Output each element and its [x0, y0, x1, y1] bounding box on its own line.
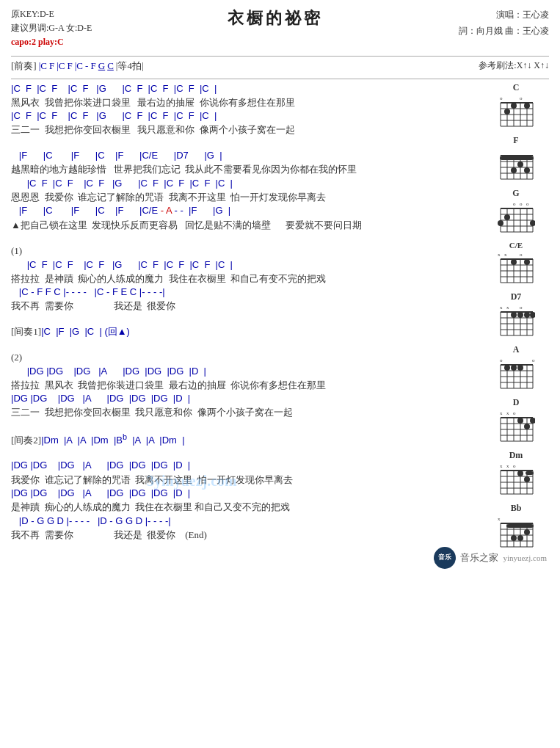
svg-text:o: o — [500, 95, 503, 101]
intro-line: [前奏] |C F |C F |C - F G C |等4拍| 参考刷法:X↑↓… — [11, 59, 549, 73]
intro-label: [前奏] — [11, 59, 37, 73]
section-verse2: |DG |DG |DG |A |DG |DG |DG |D | 我爱你 谁忘记了… — [11, 459, 476, 542]
chord-line-7: |C - F F C |- - - - |C - F E C |- - - -| — [11, 286, 476, 299]
lyric-line-4: 恩恩恩 我爱你 谁忘记了解除的咒语 我离不开这里 怕一开灯发现你早离去 — [11, 190, 476, 205]
chord-line-11: |DG |DG |DG |A |DG |DG |DG |D | — [11, 487, 476, 500]
capo: capo:2 play:C — [11, 35, 92, 49]
svg-point-45 — [498, 220, 503, 226]
chord-chart-Dm: Dm x x o — [483, 450, 549, 498]
svg-text:o: o — [532, 357, 535, 363]
svg-point-46 — [504, 214, 510, 220]
svg-point-112 — [517, 418, 523, 424]
chord-charts: C o o — [483, 82, 549, 556]
footer-text: 音乐之家 — [460, 551, 498, 564]
section2-label: (2) — [11, 350, 476, 365]
svg-point-147 — [524, 529, 530, 535]
svg-text:x: x — [500, 410, 503, 416]
chord-name-D7: D7 — [511, 291, 522, 302]
chord-name-D: D — [513, 397, 520, 408]
svg-point-15 — [524, 103, 530, 109]
svg-point-29 — [517, 161, 523, 167]
svg-text:o: o — [513, 201, 516, 207]
svg-text:o: o — [513, 463, 516, 469]
chord-grid-Dm: x x o — [497, 462, 535, 498]
chord-grid-D: x x o — [497, 409, 535, 446]
divider-mid — [11, 79, 549, 79]
svg-point-129 — [517, 471, 523, 476]
svg-text:x: x — [506, 463, 509, 469]
svg-text:o: o — [520, 95, 523, 101]
chord-grid-F — [497, 147, 535, 184]
chord-name-G: G — [512, 188, 519, 199]
chord-grid-C: o o — [497, 94, 535, 131]
svg-text:o: o — [520, 201, 523, 207]
chord-line-10: |DG |DG |DG |A |DG |DG |DG |D | — [11, 459, 476, 472]
svg-point-81 — [530, 312, 535, 318]
footer-url: yinyuezj.com — [503, 553, 547, 562]
svg-rect-131 — [526, 471, 534, 475]
chord-chart-A: A o o — [483, 344, 549, 393]
chord-name-A: A — [513, 344, 520, 355]
svg-point-30 — [524, 167, 530, 173]
suggested-key: 建议男调:G-A 女:D-E — [11, 21, 92, 35]
svg-point-78 — [511, 312, 517, 318]
svg-text:x: x — [498, 516, 501, 522]
svg-point-80 — [524, 312, 530, 318]
chord-grid-D7: x x o — [497, 303, 535, 340]
svg-point-95 — [504, 365, 510, 371]
chord-name-C: C — [513, 82, 520, 93]
svg-text:x: x — [506, 305, 509, 311]
svg-text:x: x — [506, 410, 509, 416]
song-title: 衣橱的祕密 — [92, 7, 459, 29]
svg-point-97 — [517, 365, 523, 371]
footer: 音乐 音乐之家 yinyuezj.com — [434, 547, 547, 569]
svg-text:o: o — [513, 410, 516, 416]
intro-chord-C: |C — [39, 60, 47, 72]
chord-grid-CE: x x o — [497, 250, 535, 287]
svg-point-145 — [511, 535, 517, 541]
chord-grid-A: o o — [497, 356, 535, 393]
svg-text:x: x — [500, 463, 503, 469]
chord-name-Dm: Dm — [509, 450, 523, 461]
svg-point-146 — [517, 535, 523, 541]
section1-label: (1) — [11, 244, 476, 258]
lyric-line-11: 是神蹟 痴心的人练成的魔力 我住在衣橱里 和自己又变不完的把戏 — [11, 500, 476, 515]
chord-grid-Bb: x — [497, 515, 535, 551]
page: 原KEY:D-E 建议男调:G-A 女:D-E capo:2 play:C 衣橱… — [0, 0, 560, 578]
header-right: 演唱：王心凌 詞：向月娥 曲：王心凌 — [459, 7, 549, 39]
chord-line-12: |D - G G D |- - - - |D - G G D |- - - -| — [11, 515, 476, 528]
svg-rect-27 — [500, 156, 534, 160]
chord-chart-F: F — [483, 135, 549, 184]
svg-point-62 — [511, 259, 517, 265]
song-body: |C F |C F |C F |G |C F |C F |C F |C | 黑风… — [11, 82, 483, 556]
lyric-line-12: 我不再 需要你 我还是 很爱你 (End) — [11, 528, 476, 542]
footer-logo-icon: 音乐 — [434, 547, 456, 569]
header: 原KEY:D-E 建议男调:G-A 女:D-E capo:2 play:C 衣橱… — [11, 7, 549, 50]
intro-chords: [前奏] |C F |C F |C - F G C |等4拍| — [11, 59, 144, 73]
chord-name-Bb: Bb — [511, 503, 522, 514]
svg-point-96 — [511, 365, 517, 371]
lyric-line-3: 越黑暗的地方越能珍惜 世界把我们忘记 我从此不需要看见你因为你都在我的怀里 — [11, 162, 476, 177]
svg-text:o: o — [526, 201, 529, 207]
svg-point-47 — [530, 220, 535, 226]
lyric-line-9: 三二一 我想把你变回衣橱里 我只愿意和你 像两个小孩子窝在一起 — [11, 405, 476, 420]
svg-text:x: x — [498, 252, 501, 258]
svg-text:x: x — [504, 252, 507, 258]
lyric-line-7: 我不再 需要你 我还是 很爱你 — [11, 299, 476, 313]
section-chorus1: |F |C |F |C |F |C/E |D7 |G | 越黑暗的地方越能珍惜 … — [11, 149, 476, 232]
svg-point-113 — [524, 424, 530, 429]
lyricist: 詞：向月娥 曲：王心凌 — [459, 23, 549, 40]
section-interlude2: [间奏2]|Dm |A |A |Dm |Bb |A |A |Dm | — [11, 432, 476, 448]
lyric-line-6: 搭拉拉 是神蹟 痴心的人练成的魔力 我住在衣橱里 和自己有变不完的把戏 — [11, 272, 476, 286]
svg-point-13 — [504, 109, 510, 115]
chord-line-1: |C F |C F |C F |G |C F |C F |C F |C | — [11, 82, 476, 95]
svg-rect-144 — [506, 524, 534, 528]
lyric-line-2: 三二一 我想把你变回衣橱里 我只愿意和你 像两个小孩子窝在一起 — [11, 123, 476, 137]
chord-chart-D: D x x o — [483, 397, 549, 446]
divider-top — [11, 56, 549, 57]
svg-text:o: o — [500, 357, 503, 363]
chord-line-5: |F |C |F |C |F |C/E - A - - |F |G | — [11, 204, 476, 217]
header-center: 衣橱的祕密 — [92, 7, 459, 29]
svg-text:o: o — [520, 252, 523, 258]
chord-line-9: |DG |DG |DG |A |DG |DG |DG |D | — [11, 392, 476, 405]
